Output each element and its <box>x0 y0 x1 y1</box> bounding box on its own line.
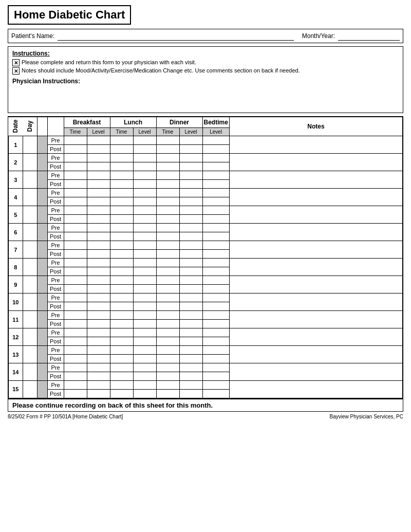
data-cell[interactable] <box>64 346 87 355</box>
data-cell[interactable] <box>156 381 179 390</box>
data-cell[interactable] <box>229 171 403 189</box>
data-cell[interactable] <box>110 381 133 390</box>
data-cell[interactable] <box>202 328 229 337</box>
data-cell[interactable] <box>87 136 110 145</box>
data-cell[interactable] <box>179 355 202 363</box>
data-cell[interactable] <box>202 390 229 398</box>
patient-name-field[interactable] <box>58 31 293 41</box>
data-cell[interactable] <box>156 320 179 328</box>
data-cell[interactable] <box>133 215 156 224</box>
data-cell[interactable] <box>110 136 133 145</box>
data-cell[interactable] <box>179 328 202 337</box>
data-cell[interactable] <box>110 363 133 372</box>
data-cell[interactable] <box>179 145 202 154</box>
data-cell[interactable] <box>229 381 403 398</box>
data-cell[interactable] <box>179 206 202 215</box>
data-cell[interactable] <box>87 390 110 398</box>
data-cell[interactable] <box>64 311 87 320</box>
data-cell[interactable] <box>87 232 110 241</box>
data-cell[interactable] <box>110 276 133 285</box>
data-cell[interactable] <box>179 154 202 162</box>
day-cell[interactable] <box>23 259 37 276</box>
data-cell[interactable] <box>110 285 133 293</box>
data-cell[interactable] <box>179 372 202 381</box>
day-cell[interactable] <box>23 154 37 171</box>
data-cell[interactable] <box>133 302 156 311</box>
data-cell[interactable] <box>87 381 110 390</box>
data-cell[interactable] <box>87 145 110 154</box>
data-cell[interactable] <box>202 285 229 293</box>
data-cell[interactable] <box>156 328 179 337</box>
data-cell[interactable] <box>156 276 179 285</box>
data-cell[interactable] <box>229 206 403 224</box>
data-cell[interactable] <box>133 232 156 241</box>
data-cell[interactable] <box>87 250 110 259</box>
data-cell[interactable] <box>87 311 110 320</box>
day-cell[interactable] <box>23 276 37 293</box>
data-cell[interactable] <box>156 215 179 224</box>
data-cell[interactable] <box>179 215 202 224</box>
data-cell[interactable] <box>87 355 110 363</box>
data-cell[interactable] <box>156 206 179 215</box>
data-cell[interactable] <box>110 241 133 250</box>
day-cell[interactable] <box>23 328 37 346</box>
data-cell[interactable] <box>64 206 87 215</box>
data-cell[interactable] <box>110 224 133 232</box>
day-cell[interactable] <box>23 171 37 189</box>
data-cell[interactable] <box>87 285 110 293</box>
day-cell[interactable] <box>23 189 37 206</box>
data-cell[interactable] <box>133 372 156 381</box>
data-cell[interactable] <box>87 372 110 381</box>
data-cell[interactable] <box>156 189 179 197</box>
data-cell[interactable] <box>202 276 229 285</box>
data-cell[interactable] <box>64 328 87 337</box>
data-cell[interactable] <box>202 197 229 206</box>
data-cell[interactable] <box>64 145 87 154</box>
data-cell[interactable] <box>133 346 156 355</box>
data-cell[interactable] <box>64 171 87 180</box>
data-cell[interactable] <box>133 241 156 250</box>
data-cell[interactable] <box>110 145 133 154</box>
data-cell[interactable] <box>179 259 202 267</box>
data-cell[interactable] <box>156 171 179 180</box>
data-cell[interactable] <box>156 293 179 302</box>
data-cell[interactable] <box>64 241 87 250</box>
data-cell[interactable] <box>133 276 156 285</box>
data-cell[interactable] <box>229 259 403 276</box>
data-cell[interactable] <box>110 302 133 311</box>
data-cell[interactable] <box>64 250 87 259</box>
data-cell[interactable] <box>64 189 87 197</box>
data-cell[interactable] <box>133 145 156 154</box>
data-cell[interactable] <box>156 311 179 320</box>
data-cell[interactable] <box>87 346 110 355</box>
data-cell[interactable] <box>179 171 202 180</box>
data-cell[interactable] <box>179 390 202 398</box>
data-cell[interactable] <box>110 259 133 267</box>
data-cell[interactable] <box>156 302 179 311</box>
day-cell[interactable] <box>23 381 37 398</box>
data-cell[interactable] <box>179 136 202 145</box>
data-cell[interactable] <box>202 189 229 197</box>
data-cell[interactable] <box>179 311 202 320</box>
data-cell[interactable] <box>133 162 156 171</box>
data-cell[interactable] <box>110 154 133 162</box>
data-cell[interactable] <box>229 276 403 293</box>
data-cell[interactable] <box>87 241 110 250</box>
data-cell[interactable] <box>64 259 87 267</box>
data-cell[interactable] <box>87 259 110 267</box>
data-cell[interactable] <box>87 197 110 206</box>
data-cell[interactable] <box>64 197 87 206</box>
data-cell[interactable] <box>110 267 133 276</box>
data-cell[interactable] <box>133 390 156 398</box>
data-cell[interactable] <box>202 206 229 215</box>
data-cell[interactable] <box>110 390 133 398</box>
data-cell[interactable] <box>110 320 133 328</box>
data-cell[interactable] <box>64 381 87 390</box>
data-cell[interactable] <box>229 311 403 328</box>
data-cell[interactable] <box>87 171 110 180</box>
data-cell[interactable] <box>202 381 229 390</box>
data-cell[interactable] <box>133 337 156 346</box>
data-cell[interactable] <box>179 267 202 276</box>
data-cell[interactable] <box>133 224 156 232</box>
data-cell[interactable] <box>229 154 403 171</box>
